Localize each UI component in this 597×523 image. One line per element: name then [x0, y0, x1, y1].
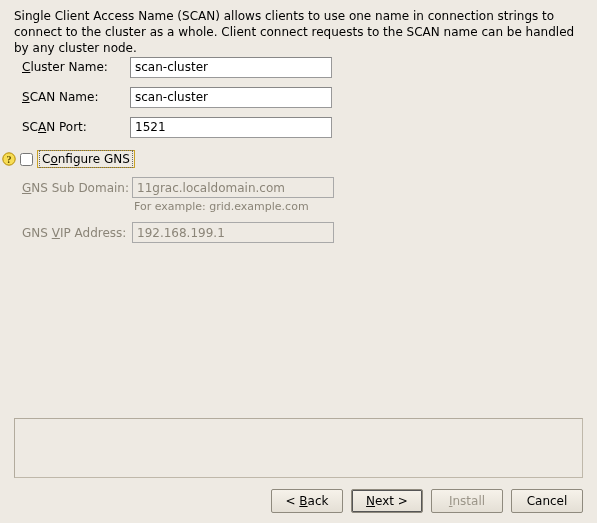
configure-gns-label[interactable]: Configure GNS [37, 150, 135, 168]
help-icon: ? [2, 152, 16, 166]
install-button: Install [431, 489, 503, 513]
cluster-name-input[interactable] [130, 57, 332, 78]
svg-text:?: ? [7, 154, 12, 165]
scan-name-input[interactable] [130, 87, 332, 108]
message-area [14, 418, 583, 478]
cluster-name-row: Cluster Name: [22, 56, 332, 78]
gns-sub-domain-label: GNS Sub Domain: [22, 181, 132, 195]
back-button[interactable]: < Back [271, 489, 343, 513]
gns-vip-row: GNS VIP Address: [22, 222, 334, 243]
scan-port-row: SCAN Port: [22, 116, 332, 138]
intro-text: Single Client Access Name (SCAN) allows … [14, 8, 583, 57]
wizard-button-row: < Back Next > Install Cancel [0, 489, 597, 515]
scan-port-label: SCAN Port: [22, 120, 130, 134]
gns-sub-domain-row: GNS Sub Domain: [22, 177, 334, 198]
cluster-name-label: Cluster Name: [22, 60, 130, 74]
gns-vip-label: GNS VIP Address: [22, 226, 132, 240]
scan-name-row: SCAN Name: [22, 86, 332, 108]
cancel-button[interactable]: Cancel [511, 489, 583, 513]
gns-sub-domain-hint: For example: grid.example.com [134, 200, 309, 213]
next-button[interactable]: Next > [351, 489, 423, 513]
scan-port-input[interactable] [130, 117, 332, 138]
dialog-body: Single Client Access Name (SCAN) allows … [0, 0, 597, 523]
configure-gns-row: ? Configure GNS [2, 150, 135, 168]
configure-gns-checkbox[interactable] [20, 153, 33, 166]
gns-sub-domain-input [132, 177, 334, 198]
scan-name-label: SCAN Name: [22, 90, 130, 104]
gns-vip-input [132, 222, 334, 243]
